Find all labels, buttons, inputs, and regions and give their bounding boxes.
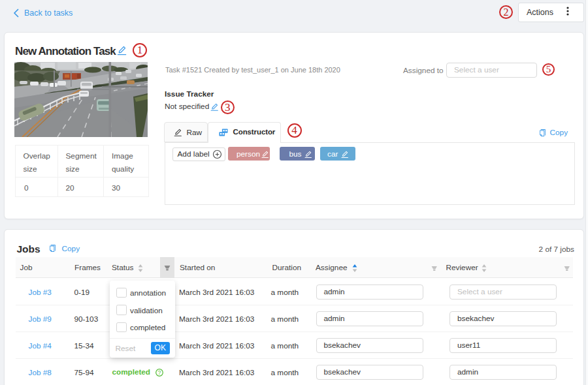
svg-text:?: ? [157, 369, 161, 376]
